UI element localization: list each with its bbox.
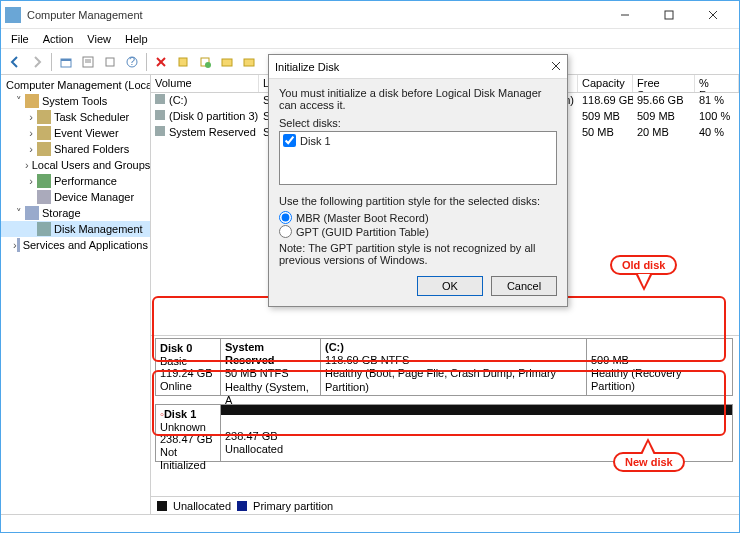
col-capacity[interactable]: Capacity — [578, 75, 633, 92]
window-title: Computer Management — [27, 9, 603, 21]
dialog-title: Initialize Disk — [275, 61, 339, 73]
minimize-button[interactable] — [603, 1, 647, 29]
disk1-checkbox[interactable] — [283, 134, 296, 147]
help-icon[interactable]: ? — [122, 52, 142, 72]
tree-device-manager[interactable]: Device Manager — [1, 189, 150, 205]
maximize-button[interactable] — [647, 1, 691, 29]
menubar: File Action View Help — [1, 29, 739, 49]
svg-rect-17 — [222, 59, 232, 66]
tree-performance[interactable]: ›Performance — [1, 173, 150, 189]
tree-system-tools[interactable]: ˅System Tools — [1, 93, 150, 109]
statusbar — [1, 514, 739, 532]
disk1-checkbox-row[interactable]: Disk 1 — [283, 134, 553, 147]
back-button[interactable] — [5, 52, 25, 72]
volume-icon — [155, 94, 165, 104]
action3-icon[interactable] — [217, 52, 237, 72]
legend-primary-label: Primary partition — [253, 500, 333, 512]
menu-file[interactable]: File — [5, 31, 35, 47]
cancel-button[interactable]: Cancel — [491, 276, 557, 296]
properties-icon[interactable] — [78, 52, 98, 72]
legend-unallocated-label: Unallocated — [173, 500, 231, 512]
disk-select-list[interactable]: Disk 1 — [279, 131, 557, 185]
mbr-radio-row[interactable]: MBR (Master Boot Record) — [279, 211, 557, 224]
gpt-note: Note: The GPT partition style is not rec… — [279, 242, 557, 266]
legend-unallocated-swatch — [157, 501, 167, 511]
app-icon — [5, 7, 21, 23]
tree-shared-folders[interactable]: ›Shared Folders — [1, 141, 150, 157]
forward-button[interactable] — [27, 52, 47, 72]
gpt-radio[interactable] — [279, 225, 292, 238]
svg-rect-5 — [61, 59, 71, 61]
titlebar: Computer Management — [1, 1, 739, 29]
menu-help[interactable]: Help — [119, 31, 154, 47]
disk0-partition-recovery[interactable]: 509 MBHealthy (Recovery Partition) — [587, 339, 732, 395]
tree-task-scheduler[interactable]: ›Task Scheduler — [1, 109, 150, 125]
tree-root[interactable]: Computer Management (Local — [1, 77, 150, 93]
disk0-partition-c[interactable]: (C:)118.69 GB NTFSHealthy (Boot, Page Fi… — [321, 339, 587, 395]
legend-primary-swatch — [237, 501, 247, 511]
volume-icon — [155, 110, 165, 120]
tree-event-viewer[interactable]: ›Event Viewer — [1, 125, 150, 141]
select-disks-label: Select disks: — [279, 117, 557, 129]
gpt-radio-row[interactable]: GPT (GUID Partition Table) — [279, 225, 557, 238]
tree-local-users[interactable]: ›Local Users and Groups — [1, 157, 150, 173]
old-disk-callout: Old disk — [610, 255, 677, 275]
initialize-disk-dialog: Initialize Disk You must initialize a di… — [268, 54, 568, 307]
menu-view[interactable]: View — [81, 31, 117, 47]
disk1-info: ◦Disk 1 Unknown 238.47 GB Not Initialize… — [156, 405, 221, 461]
svg-rect-9 — [106, 58, 114, 66]
action4-icon[interactable] — [239, 52, 259, 72]
action2-icon[interactable] — [195, 52, 215, 72]
volume-icon — [155, 126, 165, 136]
mbr-radio[interactable] — [279, 211, 292, 224]
close-button[interactable] — [691, 1, 735, 29]
svg-point-16 — [205, 62, 211, 68]
refresh-icon[interactable] — [100, 52, 120, 72]
svg-rect-1 — [665, 11, 673, 19]
legend: Unallocated Primary partition — [151, 496, 739, 514]
delete-icon[interactable] — [151, 52, 171, 72]
tree-disk-management[interactable]: Disk Management — [1, 221, 150, 237]
col-pct[interactable]: % Free — [695, 75, 739, 92]
tree-services-apps[interactable]: ›Services and Applications — [1, 237, 150, 253]
dialog-close-button[interactable] — [551, 61, 561, 73]
disk0-info: Disk 0 Basic 119.24 GB Online — [156, 339, 221, 395]
tree-storage[interactable]: ˅Storage — [1, 205, 150, 221]
svg-rect-14 — [179, 58, 187, 66]
svg-text:?: ? — [129, 55, 135, 67]
disk0-row[interactable]: Disk 0 Basic 119.24 GB Online System Res… — [155, 338, 733, 396]
ok-button[interactable]: OK — [417, 276, 483, 296]
col-free[interactable]: Free Space — [633, 75, 695, 92]
dialog-intro: You must initialize a disk before Logica… — [279, 87, 557, 111]
svg-rect-18 — [244, 59, 254, 66]
partition-style-label: Use the following partition style for th… — [279, 195, 557, 207]
action1-icon[interactable] — [173, 52, 193, 72]
menu-action[interactable]: Action — [37, 31, 80, 47]
nav-tree[interactable]: Computer Management (Local ˅System Tools… — [1, 75, 151, 514]
up-icon[interactable] — [56, 52, 76, 72]
disk0-partition-system-reserved[interactable]: System Reserved50 MB NTFSHealthy (System… — [221, 339, 321, 395]
new-disk-callout: New disk — [613, 452, 685, 472]
col-volume[interactable]: Volume — [151, 75, 259, 92]
